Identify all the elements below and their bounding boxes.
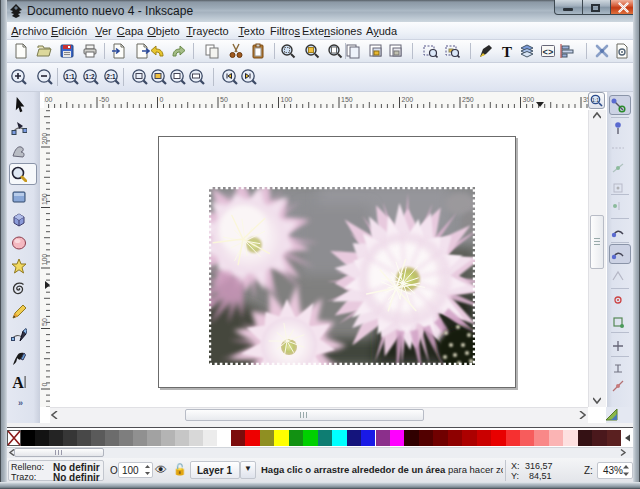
svg-text:-50: -50	[99, 96, 109, 103]
svg-text:A: A	[12, 374, 24, 390]
svg-text:0: 0	[160, 96, 164, 103]
svg-text:-100: -100	[44, 96, 53, 103]
svg-text:1:2: 1:2	[85, 73, 95, 80]
svg-text:300: 300	[523, 96, 535, 103]
svg-text:50: 50	[41, 318, 48, 326]
svg-text:T: T	[502, 44, 512, 59]
svg-text:250: 250	[462, 96, 474, 103]
svg-text:200: 200	[402, 96, 414, 103]
svg-text:150: 150	[341, 96, 353, 103]
svg-text:100: 100	[41, 254, 48, 266]
svg-text:2:1: 2:1	[106, 73, 116, 80]
svg-text:50: 50	[220, 96, 228, 103]
svg-text:100: 100	[281, 96, 293, 103]
svg-text:1:1: 1:1	[65, 73, 75, 80]
svg-text:<>: <>	[543, 48, 554, 58]
svg-text:200: 200	[41, 133, 48, 145]
svg-text:150: 150	[41, 193, 48, 205]
svg-text:1:1: 1:1	[592, 97, 599, 103]
svg-text:0: 0	[41, 383, 48, 387]
